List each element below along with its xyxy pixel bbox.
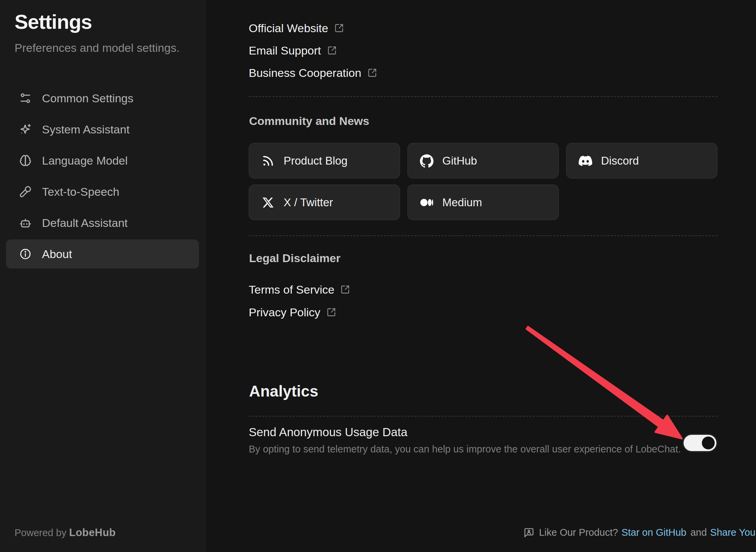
sidebar-item-label: About — [42, 248, 72, 261]
page-subtitle: Preferences and model settings. — [15, 41, 180, 55]
sidebar-item-label: Common Settings — [42, 92, 133, 105]
section-heading-community: Community and News — [249, 114, 369, 128]
section-heading-analytics: Analytics — [249, 382, 318, 400]
about-panel: Contact Us Official Website Email Suppor… — [205, 0, 756, 552]
sidebar-item-common-settings[interactable]: Common Settings — [6, 84, 199, 113]
github-button[interactable]: GitHub — [407, 143, 559, 178]
external-link-icon — [334, 23, 344, 33]
sidebar-item-label: Language Model — [42, 154, 128, 167]
sidebar-item-language-model[interactable]: Language Model — [6, 146, 199, 175]
sidebar-item-about[interactable]: About — [6, 239, 199, 269]
star-on-github-link[interactable]: Star on GitHub — [621, 527, 686, 538]
sidebar-item-label: Text-to-Speech — [42, 185, 119, 198]
info-icon — [19, 248, 32, 260]
section-divider — [249, 235, 717, 236]
sidebar-item-default-assistant[interactable]: Default Assistant — [6, 208, 199, 237]
feedback-footer: Like Our Product? Star on GitHub and Sha… — [454, 527, 756, 538]
mic-icon — [19, 185, 32, 198]
sidebar-item-system-assistant[interactable]: System Assistant — [6, 115, 199, 144]
settings-sidebar: Settings Preferences and model settings.… — [0, 0, 205, 552]
brain-icon — [19, 154, 32, 167]
section-divider — [249, 96, 717, 97]
telemetry-toggle[interactable] — [684, 435, 716, 451]
external-link-icon — [327, 46, 337, 55]
community-buttons: Product Blog GitHub Discord — [249, 143, 729, 220]
page-title: Settings — [15, 10, 92, 34]
privacy-policy-link[interactable]: Privacy Policy — [249, 301, 336, 323]
section-divider — [249, 416, 717, 417]
sliders-icon — [19, 92, 32, 105]
terms-of-service-link[interactable]: Terms of Service — [249, 278, 350, 301]
x-twitter-button[interactable]: X / Twitter — [249, 185, 400, 220]
share-feedback-link[interactable]: Share Your Valuable Feedback — [710, 527, 756, 538]
powered-by-text: Powered by — [15, 527, 66, 538]
product-blog-button[interactable]: Product Blog — [249, 143, 400, 178]
settings-modal: Settings Preferences and model settings.… — [0, 0, 756, 552]
sparkles-icon — [19, 123, 32, 136]
bot-icon — [19, 216, 32, 229]
sidebar-item-label: System Assistant — [42, 123, 130, 136]
sidebar-item-text-to-speech[interactable]: Text-to-Speech — [6, 177, 199, 206]
sidebar-nav: Common Settings System Assistant — [6, 84, 199, 271]
lobehub-wordmark[interactable]: LobeHub — [69, 527, 116, 538]
feedback-icon — [524, 527, 534, 538]
discord-button[interactable]: Discord — [566, 143, 717, 178]
email-support-link[interactable]: Email Support — [249, 39, 337, 62]
contact-us-heading-clipped: Contact Us — [249, 0, 310, 3]
section-heading-legal: Legal Disclaimer — [249, 252, 340, 265]
github-icon — [420, 154, 433, 168]
powered-by: Powered by LobeHub — [15, 527, 116, 539]
footer-prefix: Like Our Product? — [539, 527, 618, 538]
toggle-knob — [702, 437, 715, 449]
footer-and: and — [690, 527, 707, 538]
external-link-icon — [327, 307, 336, 317]
section-heading-contact: Contact Us — [249, 0, 310, 0]
medium-icon — [420, 196, 433, 209]
business-cooperation-link[interactable]: Business Cooperation — [249, 62, 377, 84]
official-website-link[interactable]: Official Website — [249, 17, 344, 39]
telemetry-setting-description: By opting to send telemetry data, you ca… — [249, 444, 681, 455]
rss-icon — [261, 154, 275, 168]
external-link-icon — [340, 285, 350, 294]
sidebar-item-label: Default Assistant — [42, 216, 128, 230]
telemetry-setting-label: Send Anonymous Usage Data — [249, 425, 407, 439]
x-twitter-icon — [261, 196, 275, 209]
external-link-icon — [368, 68, 377, 78]
medium-button[interactable]: Medium — [407, 185, 559, 220]
discord-icon — [579, 154, 592, 168]
